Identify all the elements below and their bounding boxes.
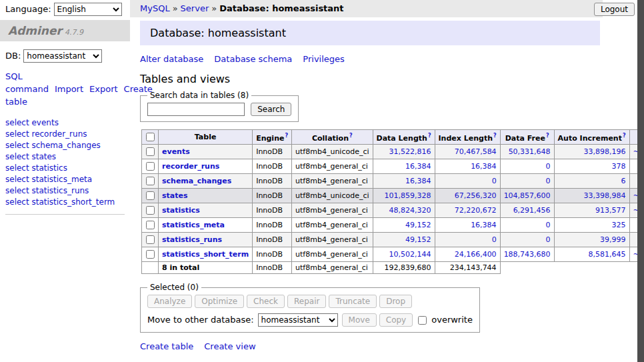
breadcrumb-link-server[interactable]: Server [181, 3, 209, 13]
table-name-cell: statistics_runs [159, 233, 253, 247]
help-link[interactable]: ? [623, 133, 626, 139]
db-select[interactable]: homeassistant [23, 49, 102, 63]
search-input[interactable] [147, 103, 245, 116]
export-link[interactable]: Export [89, 84, 118, 94]
repair-button[interactable]: Repair [287, 295, 326, 308]
index-length-link[interactable]: 16,384 [471, 162, 497, 171]
table-name-link[interactable]: events [162, 147, 190, 156]
row-checkbox[interactable] [146, 235, 155, 244]
row-checkbox[interactable] [146, 162, 155, 171]
copy-button[interactable]: Copy [379, 313, 413, 327]
table-name-link[interactable]: statistics_runs [162, 235, 222, 244]
auto-increment-link[interactable]: 325 [612, 221, 626, 229]
overwrite-checkbox[interactable] [418, 316, 427, 325]
row-checkbox-cell [142, 233, 159, 247]
table-name-link[interactable]: statistics_meta [162, 221, 225, 229]
row-checkbox[interactable] [146, 191, 155, 200]
select-all-cell [142, 130, 159, 145]
data-free-link[interactable]: 6,291,456 [513, 206, 551, 215]
data-free-link[interactable]: 0 [546, 235, 551, 244]
drop-button[interactable]: Drop [379, 295, 412, 308]
database-schema-link[interactable]: Database schema [214, 54, 292, 64]
data-length-link[interactable]: 49,152 [405, 235, 431, 244]
help-link[interactable]: ? [546, 133, 549, 139]
analyze-button[interactable]: Analyze [147, 295, 192, 308]
sidebar-table-link[interactable]: select recorder_runs [5, 129, 125, 140]
vertical-scrollbar[interactable] [637, 0, 644, 362]
row-checkbox[interactable] [146, 250, 155, 259]
help-link[interactable]: ? [493, 133, 497, 139]
create-table-link-main[interactable]: Create table [140, 341, 193, 351]
auto-increment-link[interactable]: 39,999 [600, 235, 626, 244]
sidebar-table-link[interactable]: select schema_changes [5, 140, 125, 151]
row-checkbox[interactable] [146, 206, 155, 215]
data-length-link[interactable]: 16,384 [405, 162, 431, 171]
index-length-link[interactable]: 72,220,672 [455, 206, 497, 215]
data-free-cell: 0 [500, 159, 554, 174]
help-link[interactable]: ? [349, 133, 353, 139]
table-name-link[interactable]: recorder_runs [162, 162, 219, 171]
index-length-link[interactable]: 70,467,584 [455, 147, 497, 156]
auto-increment-link[interactable]: 913,577 [595, 206, 626, 215]
language-select[interactable]: English [54, 3, 122, 16]
data-length-link[interactable]: 16,384 [405, 177, 431, 185]
privileges-link[interactable]: Privileges [303, 54, 345, 64]
data-free-link[interactable]: 0 [546, 177, 551, 185]
import-link[interactable]: Import [55, 84, 83, 94]
sidebar-table-link[interactable]: select states [5, 151, 125, 163]
sidebar-table-link[interactable]: select statistics [5, 163, 125, 174]
row-checkbox[interactable] [146, 177, 155, 185]
data-length-link[interactable]: 101,859,328 [385, 191, 431, 200]
index-length-link[interactable]: 0 [492, 177, 497, 185]
auto-increment-link[interactable]: 8,581,645 [589, 250, 626, 259]
select-all-checkbox[interactable] [146, 133, 155, 141]
data-free-link[interactable]: 0 [546, 221, 551, 229]
data-length-link[interactable]: 48,824,320 [389, 206, 431, 215]
table-name-link[interactable]: states [162, 191, 188, 200]
auto-increment-link[interactable]: 33,898,196 [584, 147, 626, 156]
index-length-link[interactable]: 67,256,320 [455, 191, 497, 200]
alter-database-link[interactable]: Alter database [140, 54, 203, 64]
data-length-link[interactable]: 31,522,816 [389, 147, 431, 156]
index-length-link[interactable]: 0 [492, 235, 497, 244]
auto-increment-link[interactable]: 33,398,984 [584, 191, 626, 200]
auto-increment-link[interactable]: 378 [612, 162, 626, 171]
sidebar-table-link[interactable]: select statistics_runs [5, 185, 125, 197]
sidebar-table-link[interactable]: select statistics_short_term [5, 197, 125, 208]
index-length-link[interactable]: 24,166,400 [455, 250, 497, 259]
breadcrumb-link-mysql[interactable]: MySQL [140, 3, 170, 13]
create-view-link[interactable]: Create view [204, 341, 255, 351]
column-header-index-length: Index Length? [435, 130, 500, 145]
table-name-link[interactable]: statistics_short_term [162, 250, 249, 259]
sidebar-table-link[interactable]: select events [5, 117, 125, 129]
help-link[interactable]: ? [285, 133, 288, 139]
data-free-link[interactable]: 0 [546, 162, 551, 171]
sql-command-link[interactable]: SQL command [5, 71, 49, 94]
data-free-link[interactable]: 104,857,600 [504, 191, 551, 200]
data-free-link[interactable]: 50,331,648 [509, 147, 551, 156]
total-index-length: 234,143,744 [435, 262, 500, 274]
table-name-link[interactable]: schema_changes [162, 177, 231, 185]
row-checkbox[interactable] [146, 221, 155, 229]
check-button[interactable]: Check [247, 295, 285, 308]
data-free-link[interactable]: 188,743,680 [504, 250, 551, 259]
logout-button[interactable]: Logout [594, 3, 635, 16]
search-button[interactable]: Search [251, 103, 291, 116]
auto-increment-link[interactable]: 6 [621, 177, 626, 185]
move-row: Move to other database:homeassistantMove… [147, 313, 473, 327]
overwrite-label[interactable]: overwrite [431, 315, 473, 325]
index-length-link[interactable]: 16,384 [471, 221, 497, 229]
row-checkbox[interactable] [146, 147, 155, 156]
breadcrumb-current: Database: homeassistant [219, 3, 343, 13]
table-name-link[interactable]: statistics [162, 206, 200, 215]
data-free-cell: 0 [500, 174, 554, 189]
data-length-link[interactable]: 10,502,144 [389, 250, 431, 259]
search-fieldset: Search data in tables (8) Search [140, 91, 299, 122]
move-button[interactable]: Move [342, 313, 377, 327]
sidebar-table-link[interactable]: select statistics_meta [5, 174, 125, 185]
optimize-button[interactable]: Optimize [195, 295, 244, 308]
move-database-select[interactable]: homeassistant [258, 313, 338, 327]
data-length-link[interactable]: 49,152 [405, 221, 431, 229]
help-link[interactable]: ? [428, 133, 431, 139]
truncate-button[interactable]: Truncate [329, 295, 377, 308]
